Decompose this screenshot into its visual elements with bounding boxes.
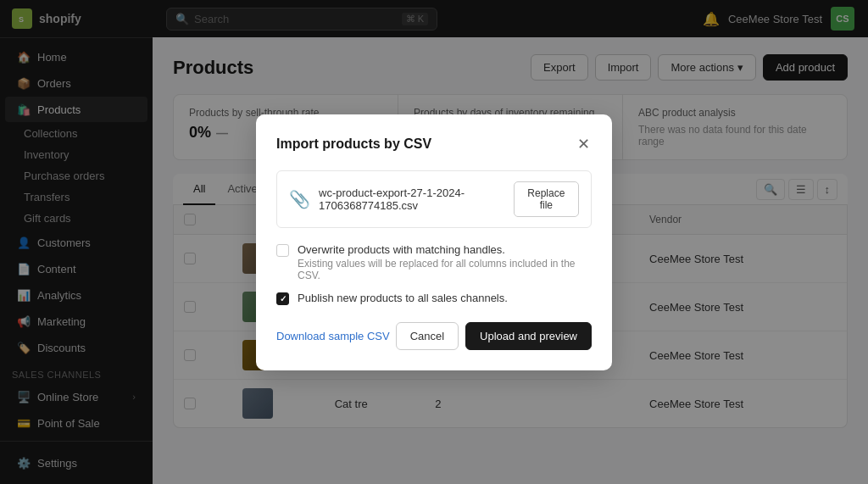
option-publish: Publish new products to all sales channe…	[276, 292, 592, 305]
modal-actions: Cancel Upload and preview	[396, 322, 592, 350]
modal-footer: Download sample CSV Cancel Upload and pr…	[276, 322, 592, 350]
cancel-button[interactable]: Cancel	[396, 322, 459, 350]
modal-close-button[interactable]: ✕	[576, 135, 592, 153]
overwrite-label: Overwrite products with matching handles…	[298, 243, 592, 256]
import-csv-modal: Import products by CSV ✕ 📎 wc-product-ex…	[256, 114, 612, 370]
overwrite-checkbox[interactable]	[276, 244, 289, 257]
option-overwrite: Overwrite products with matching handles…	[276, 243, 592, 281]
file-name: wc-product-export-27-1-2024-170636877418…	[319, 186, 514, 212]
publish-label: Publish new products to all sales channe…	[298, 292, 508, 304]
publish-checkbox[interactable]	[276, 292, 289, 305]
download-sample-link[interactable]: Download sample CSV	[276, 330, 390, 342]
modal-overlay[interactable]: Import products by CSV ✕ 📎 wc-product-ex…	[0, 0, 868, 484]
overwrite-option-text: Overwrite products with matching handles…	[298, 243, 592, 281]
modal-header: Import products by CSV ✕	[276, 135, 592, 153]
file-display: 📎 wc-product-export-27-1-2024-1706368774…	[276, 170, 592, 228]
publish-option-text: Publish new products to all sales channe…	[298, 292, 508, 304]
modal-title: Import products by CSV	[276, 136, 431, 152]
file-icon: 📎	[289, 189, 310, 209]
upload-preview-button[interactable]: Upload and preview	[465, 322, 592, 350]
replace-file-button[interactable]: Replace file	[514, 181, 579, 217]
file-info: 📎 wc-product-export-27-1-2024-1706368774…	[289, 186, 514, 212]
overwrite-sublabel: Existing values will be replaced for all…	[298, 258, 592, 281]
